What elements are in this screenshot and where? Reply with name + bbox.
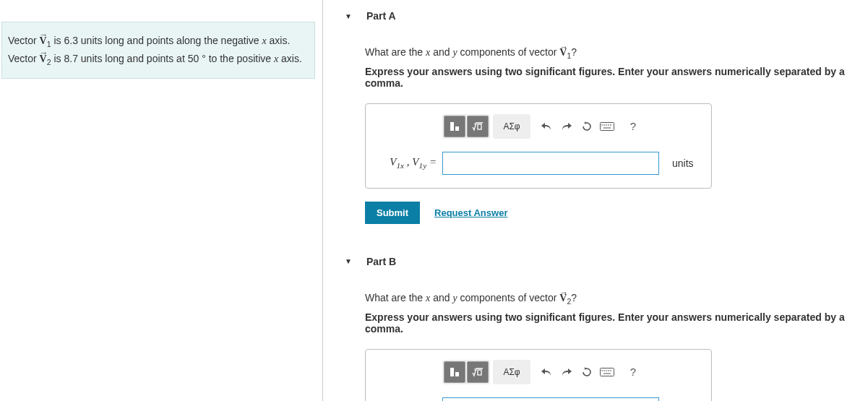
radical-icon[interactable]: x bbox=[467, 361, 489, 383]
undo-icon[interactable] bbox=[536, 116, 557, 137]
part-a-body: What are the x and y components of vecto… bbox=[345, 46, 868, 246]
keyboard-icon[interactable] bbox=[597, 361, 617, 383]
part-a-answer-input[interactable] bbox=[442, 152, 659, 175]
part-b-answer-frame: x ΑΣφ ? bbox=[365, 349, 712, 401]
part-b-body: What are the x and y components of vecto… bbox=[345, 292, 868, 401]
part-a-answer-frame: x ΑΣφ ? bbox=[365, 103, 712, 189]
problem-statement: Vector V1 is 6.3 units long and points a… bbox=[1, 22, 315, 79]
radical-icon[interactable]: x bbox=[467, 116, 489, 137]
part-b-title: Part B bbox=[366, 256, 396, 267]
request-answer-link[interactable]: Request Answer bbox=[434, 207, 507, 218]
part-b-header[interactable]: ▼ Part B bbox=[345, 246, 868, 277]
chevron-down-icon: ▼ bbox=[345, 12, 352, 20]
keyboard-icon[interactable] bbox=[597, 116, 617, 137]
part-b-answer-input[interactable] bbox=[442, 397, 659, 401]
svg-rect-0 bbox=[450, 122, 454, 131]
svg-rect-4 bbox=[601, 122, 614, 130]
template-icon[interactable] bbox=[444, 361, 465, 383]
redo-icon[interactable] bbox=[557, 361, 577, 383]
reset-icon[interactable] bbox=[577, 361, 597, 383]
help-icon[interactable]: ? bbox=[623, 116, 643, 137]
part-b-toolbar: x ΑΣφ ? bbox=[442, 360, 700, 384]
redo-icon[interactable] bbox=[557, 116, 577, 137]
svg-rect-1 bbox=[455, 126, 459, 131]
answer-panel: ▼ Part A What are the x and y components… bbox=[323, 0, 868, 401]
part-a-header[interactable]: ▼ Part A bbox=[345, 0, 868, 32]
undo-icon[interactable] bbox=[536, 361, 557, 383]
problem-panel: Vector V1 is 6.3 units long and points a… bbox=[0, 0, 323, 401]
svg-rect-11 bbox=[450, 368, 454, 376]
template-icon[interactable] bbox=[444, 116, 465, 137]
svg-rect-13 bbox=[478, 370, 481, 375]
help-icon[interactable]: ? bbox=[623, 361, 643, 383]
greek-button[interactable]: ΑΣφ bbox=[494, 361, 529, 383]
svg-rect-15 bbox=[601, 368, 614, 376]
part-a-units: units bbox=[672, 158, 694, 169]
part-b-question: What are the x and y components of vecto… bbox=[365, 292, 868, 306]
part-a-title: Part A bbox=[366, 10, 396, 22]
svg-rect-2 bbox=[478, 124, 481, 129]
chevron-down-icon: ▼ bbox=[345, 257, 352, 265]
part-b-instruction: Express your answers using two significa… bbox=[365, 311, 868, 335]
part-a-question: What are the x and y components of vecto… bbox=[365, 46, 868, 60]
part-a-answer-label: V1x , V1y = bbox=[377, 156, 437, 170]
svg-rect-12 bbox=[455, 372, 459, 376]
part-a-instruction: Express your answers using two significa… bbox=[365, 66, 868, 89]
submit-button[interactable]: Submit bbox=[365, 202, 420, 224]
part-a-toolbar: x ΑΣφ ? bbox=[442, 114, 700, 139]
reset-icon[interactable] bbox=[577, 116, 597, 137]
greek-button[interactable]: ΑΣφ bbox=[494, 116, 529, 137]
